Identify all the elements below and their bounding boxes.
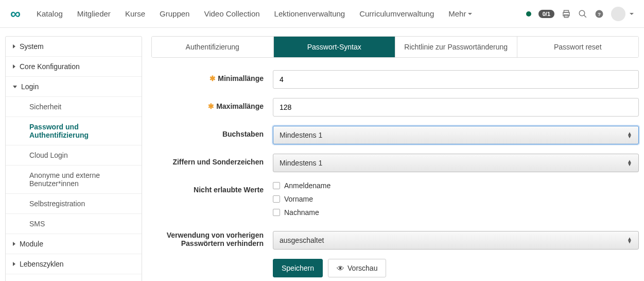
sidebar-item-security[interactable]: Sicherheit (6, 97, 142, 117)
sidebar: System Core Konfiguration Login Sicherhe… (5, 36, 142, 281)
chevron-right-icon (13, 262, 15, 266)
row-letters: Buchstaben Mindestens 1 ▲▼ (151, 126, 639, 144)
row-history: Verwendung von vorherigen Passwörtern ve… (151, 231, 639, 250)
row-min-length: ✱Minimallänge (151, 70, 639, 89)
logo-infinity[interactable]: ∞ (10, 6, 19, 22)
sidebar-label: Login (21, 82, 39, 91)
select-handle-icon: ▲▼ (627, 132, 632, 138)
required-icon: ✱ (210, 74, 216, 82)
label-digits: Ziffern und Sonderzeichen (151, 154, 273, 166)
chevron-down-icon (468, 13, 472, 15)
check-firstname: Vorname (273, 195, 639, 203)
checkbox-firstname[interactable] (273, 195, 280, 203)
svg-point-3 (579, 10, 585, 16)
row-digits: Ziffern und Sonderzeichen Mindestens 1 ▲… (151, 154, 639, 172)
sidebar-item-lifecycles[interactable]: Lebenszyklen (6, 254, 142, 274)
nav-items: Katalog Mitglieder Kurse Gruppen Video C… (29, 9, 526, 18)
chevron-right-icon (13, 44, 15, 48)
sidebar-item-password-auth[interactable]: Password und Authentifizierung (6, 117, 142, 145)
preview-label: Vorschau (347, 264, 377, 272)
row-buttons: Speichern 👁 Vorschau (151, 259, 639, 277)
help-icon[interactable]: ? (595, 9, 604, 19)
checkbox-label: Nachname (284, 208, 319, 217)
input-max-length[interactable] (273, 98, 639, 117)
nav-courses[interactable]: Kurse (118, 9, 152, 18)
svg-line-4 (584, 15, 586, 18)
checkbox-label: Anmeldename (284, 181, 330, 190)
main-container: System Core Konfiguration Login Sicherhe… (0, 28, 644, 281)
status-indicator[interactable] (526, 11, 531, 16)
check-lastname: Nachname (273, 208, 639, 217)
input-min-length[interactable] (273, 70, 639, 89)
checkbox-loginname[interactable] (273, 182, 280, 189)
select-value: Mindestens 1 (280, 131, 322, 139)
nav-more-label: Mehr (448, 9, 466, 18)
content-area: Authentifizierung Passwort-Syntax Richtl… (151, 36, 639, 281)
chevron-right-icon (13, 64, 15, 69)
chevron-right-icon (13, 242, 15, 246)
tab-auth[interactable]: Authentifizierung (152, 37, 274, 57)
label-letters: Buchstaben (151, 126, 273, 138)
required-icon: ✱ (208, 102, 214, 110)
label-forbidden: Nicht erlaubte Werte (151, 181, 273, 194)
sidebar-label: Core Konfiguration (20, 62, 80, 71)
search-icon[interactable] (578, 9, 587, 19)
user-menu[interactable] (611, 7, 634, 21)
chevron-down-icon (13, 86, 17, 88)
row-forbidden: Nicht erlaubte Werte Anmeldename Vorname… (151, 181, 639, 222)
sidebar-item-sms[interactable]: SMS (6, 214, 142, 234)
sidebar-item-system[interactable]: System (6, 37, 142, 57)
tab-password-policy[interactable]: Richtlinie zur Passwortänderung (395, 37, 517, 57)
nav-more[interactable]: Mehr (441, 9, 479, 18)
avatar (611, 7, 625, 21)
session-pill[interactable]: 0/1 (538, 10, 554, 18)
sidebar-label: Module (20, 240, 43, 248)
nav-lessons[interactable]: Lektionenverwaltung (267, 9, 353, 18)
nav-members[interactable]: Mitglieder (70, 9, 118, 18)
svg-text:?: ? (598, 11, 601, 16)
select-handle-icon: ▲▼ (627, 237, 632, 243)
label-text: Minimallänge (218, 74, 264, 82)
label-text: Maximallänge (216, 102, 264, 110)
label-max-length: ✱Maximallänge (151, 98, 273, 110)
label-spacer (151, 259, 273, 263)
sidebar-item-login[interactable]: Login (6, 77, 142, 97)
select-value: ausgeschaltet (280, 236, 324, 244)
sidebar-item-payment[interactable]: Bezahlungsmodule (6, 274, 142, 281)
tab-password-syntax[interactable]: Passwort-Syntax (274, 37, 396, 57)
nav-video[interactable]: Video Collection (197, 9, 267, 18)
sidebar-item-selfreg[interactable]: Selbstregistration (6, 194, 142, 214)
sidebar-item-anonymous[interactable]: Anonyme und externe Benutzer*innen (6, 166, 142, 194)
sidebar-label: System (20, 42, 44, 51)
chevron-down-icon (630, 13, 634, 15)
label-history: Verwendung von vorherigen Passwörtern ve… (151, 231, 273, 247)
preview-button[interactable]: 👁 Vorschau (328, 259, 386, 277)
checkbox-lastname[interactable] (273, 209, 280, 216)
select-digits[interactable]: Mindestens 1 ▲▼ (273, 154, 639, 172)
sidebar-item-core[interactable]: Core Konfiguration (6, 57, 142, 77)
select-letters[interactable]: Mindestens 1 ▲▼ (273, 126, 639, 144)
label-min-length: ✱Minimallänge (151, 70, 273, 82)
tab-password-reset[interactable]: Passwort reset (517, 37, 639, 57)
select-history[interactable]: ausgeschaltet ▲▼ (273, 231, 639, 250)
save-button[interactable]: Speichern (273, 259, 323, 277)
print-icon[interactable] (562, 9, 571, 19)
nav-right: 0/1 ? (526, 7, 634, 21)
eye-icon: 👁 (337, 264, 344, 273)
nav-catalog[interactable]: Katalog (29, 9, 70, 18)
select-value: Mindestens 1 (280, 159, 322, 167)
select-handle-icon: ▲▼ (627, 160, 632, 166)
sidebar-item-cloud-login[interactable]: Cloud Login (6, 145, 142, 166)
tab-bar: Authentifizierung Passwort-Syntax Richtl… (151, 36, 639, 58)
check-loginname: Anmeldename (273, 181, 639, 190)
checkbox-label: Vorname (284, 195, 313, 203)
sidebar-label: Lebenszyklen (20, 260, 64, 268)
topnav: ∞ Katalog Mitglieder Kurse Gruppen Video… (0, 0, 644, 28)
nav-groups[interactable]: Gruppen (152, 9, 197, 18)
nav-curriculum[interactable]: Curriculumverwaltung (352, 9, 441, 18)
sidebar-item-module[interactable]: Module (6, 234, 142, 254)
row-max-length: ✱Maximallänge (151, 98, 639, 117)
